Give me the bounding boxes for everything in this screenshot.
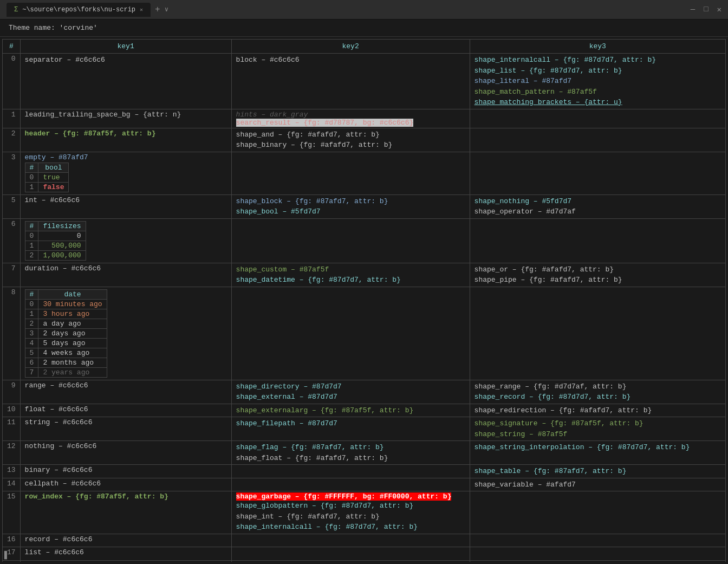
- row-num-5: 5: [3, 195, 21, 218]
- list-item: 0 0: [25, 231, 86, 241]
- list-item: 2 1,000,000: [25, 250, 86, 260]
- list-item: 1 false: [25, 182, 69, 192]
- table-row: 17 list – #c6c6c6: [3, 547, 726, 561]
- tab-close-button[interactable]: ✕: [140, 7, 143, 13]
- row0-key2: block – #c6c6c6: [231, 54, 470, 109]
- row6-key1: # filesizes 0 0 1 500,000: [20, 218, 231, 263]
- row17-key2: [231, 547, 470, 561]
- row-num-16: 16: [3, 534, 21, 547]
- list-item: 6 2 months ago: [25, 358, 107, 367]
- filesizes-inner-table: # filesizes 0 0 1 500,000: [25, 221, 86, 261]
- terminal-tab[interactable]: Σ ~\source\repos\forks\nu-scrip ✕: [6, 3, 151, 17]
- row2-key3: [470, 128, 725, 152]
- row13-key2: [231, 465, 470, 478]
- row7-key2: shape_custom – #87af5f shape_datetime – …: [231, 263, 470, 287]
- list-item: 7 2 years ago: [25, 367, 107, 377]
- row3-key2: [231, 152, 470, 195]
- row18-key2: [231, 560, 470, 562]
- row-num-12: 12: [3, 441, 21, 465]
- row-num-2: 2: [3, 128, 21, 152]
- row9-key3: shape_range – {fg: #d7d7af, attr: b} sha…: [470, 380, 725, 404]
- row6-key3: [470, 218, 725, 263]
- row1-key3: [470, 109, 725, 128]
- table-row: 9 range – #c6c6c6 shape_directory – #87d…: [3, 380, 726, 404]
- row18-key1: block – #c6c6c6: [20, 560, 231, 562]
- tab-dropdown-button[interactable]: ∨: [165, 5, 168, 14]
- table-row: 6 # filesizes 0 0: [3, 218, 726, 263]
- row11-key1: string – #c6c6c6: [20, 417, 231, 441]
- table-row: 18 block – #c6c6c6 foreground – #c6c6c6: [3, 560, 726, 562]
- row17-key1: list – #c6c6c6: [20, 547, 231, 561]
- row16-key3: [470, 534, 725, 547]
- row-num-0: 0: [3, 54, 21, 109]
- row10-key3: shape_redirection – {fg: #afafd7, attr: …: [470, 404, 725, 417]
- row-num-14: 14: [3, 478, 21, 491]
- row13-key1: binary – #c6c6c6: [20, 465, 231, 478]
- fs-col-hash: #: [25, 221, 38, 231]
- row5-key2: shape_block – {fg: #87afd7, attr: b} sha…: [231, 195, 470, 218]
- minimize-button[interactable]: —: [691, 5, 695, 14]
- table-row: 10 float – #c6c6c6 shape_externalarg – {…: [3, 404, 726, 417]
- bool-col-val: bool: [38, 163, 69, 172]
- row16-key1: record – #c6c6c6: [20, 534, 231, 547]
- tab-label: ~\source\repos\forks\nu-scrip: [22, 6, 135, 14]
- date-col-hash: #: [25, 289, 38, 299]
- col-hash: #: [3, 40, 21, 54]
- window-controls: — □ ✕: [691, 5, 722, 14]
- fs-col-val: filesizes: [38, 221, 86, 231]
- col-key3: key3: [470, 40, 725, 54]
- list-item: 1 3 hours ago: [25, 309, 107, 319]
- table-row: 0 separator – #c6c6c6 block – #c6c6c6 sh…: [3, 54, 726, 109]
- table-row: 3 empty – #87afd7 # bool 0: [3, 152, 726, 195]
- table-row: 14 cellpath – #c6c6c6 shape_variable – #…: [3, 478, 726, 491]
- row15-key2: shape_garbage – {fg: #FFFFFF, bg: #FF000…: [231, 491, 470, 534]
- list-item: 5 4 weeks ago: [25, 348, 107, 358]
- row18-key3: foreground – #c6c6c6: [470, 560, 725, 562]
- row12-key2: shape_flag – {fg: #87afd7, attr: b} shap…: [231, 441, 470, 465]
- terminal-icon: Σ: [14, 6, 18, 14]
- table-row: 11 string – #c6c6c6 shape_filepath – #87…: [3, 417, 726, 441]
- row14-key3: shape_variable – #afafd7: [470, 478, 725, 491]
- new-tab-button[interactable]: +: [155, 5, 160, 15]
- row-num-11: 11: [3, 417, 21, 441]
- row15-key3: [470, 491, 725, 534]
- row7-key3: shape_or – {fg: #afafd7, attr: b} shape_…: [470, 263, 725, 287]
- row-num-3: 3: [3, 152, 21, 195]
- row5-key3: shape_nothing – #5fd7d7 shape_operator –…: [470, 195, 725, 218]
- table-row: 16 record – #c6c6c6: [3, 534, 726, 547]
- table-row: 13 binary – #c6c6c6 shape_table – {fg: #…: [3, 465, 726, 478]
- row-num-9: 9: [3, 380, 21, 404]
- row12-key3: shape_string_interpolation – {fg: #87d7d…: [470, 441, 725, 465]
- row5-key1: int – #c6c6c6: [20, 195, 231, 218]
- row11-key3: shape_signature – {fg: #87af5f, attr: b}…: [470, 417, 725, 441]
- table-header: # key1 key2 key3: [3, 40, 726, 54]
- row16-key2: [231, 534, 470, 547]
- col-key2: key2: [231, 40, 470, 54]
- row8-key1: # date 0 30 minutes ago 1 3 hours: [20, 287, 231, 380]
- row3-key3: [470, 152, 725, 195]
- row1-key2: hints – dark_gray search_result – {fg: #…: [231, 109, 470, 128]
- window-close-button[interactable]: ✕: [717, 5, 722, 14]
- table-row: 5 int – #c6c6c6 shape_block – {fg: #87af…: [3, 195, 726, 218]
- table-row: 1 leading_trailing_space_bg – {attr: n} …: [3, 109, 726, 128]
- titlebar: Σ ~\source\repos\forks\nu-scrip ✕ + ∨ — …: [0, 0, 728, 20]
- row-num-6: 6: [3, 218, 21, 263]
- table-row: 7 duration – #c6c6c6 shape_custom – #87a…: [3, 263, 726, 287]
- theme-name-line: Theme name: 'corvine': [0, 20, 728, 37]
- row12-key1: nothing – #c6c6c6: [20, 441, 231, 465]
- row-num-8: 8: [3, 287, 21, 380]
- list-item: 0 true: [25, 172, 69, 182]
- cursor-indicator: ▋: [0, 551, 9, 560]
- row11-key2: shape_filepath – #87d7d7: [231, 417, 470, 441]
- row-num-15: 15: [3, 491, 21, 534]
- col-key1: key1: [20, 40, 231, 54]
- data-table: # key1 key2 key3 0 separator – #c6c6c6 b…: [2, 39, 726, 562]
- row3-key1: empty – #87afd7 # bool 0 true: [20, 152, 231, 195]
- row-num-10: 10: [3, 404, 21, 417]
- maximize-button[interactable]: □: [704, 5, 708, 14]
- table-row: 12 nothing – #c6c6c6 shape_flag – {fg: #…: [3, 441, 726, 465]
- row8-key2: [231, 287, 470, 380]
- row-num-1: 1: [3, 109, 21, 128]
- list-item: 2 a day ago: [25, 319, 107, 328]
- date-inner-table: # date 0 30 minutes ago 1 3 hours: [25, 289, 107, 378]
